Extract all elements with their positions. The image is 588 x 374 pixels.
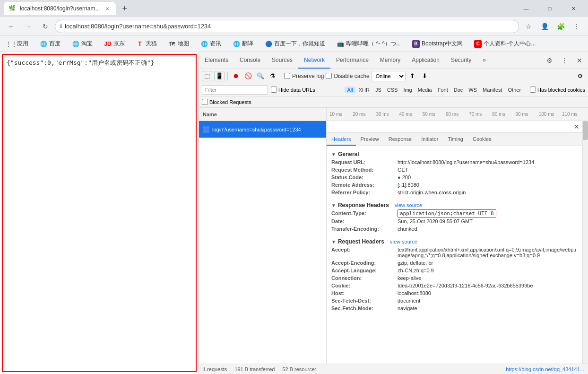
timeline-label-80ms: 80 ms xyxy=(492,112,515,117)
apps-icon: ⋮⋮ xyxy=(8,40,15,48)
extension-button[interactable]: 🧩 xyxy=(553,19,568,34)
back-button[interactable]: ← xyxy=(4,19,19,34)
blocked-requests-checkbox[interactable] xyxy=(202,99,208,105)
bookmark-fanyi-label: 翻译 xyxy=(242,40,253,48)
tab-title: localhost:8080/login?usernam... xyxy=(20,5,100,12)
network-settings-button[interactable]: ⚙ xyxy=(575,71,585,81)
tab-close-button[interactable]: ✕ xyxy=(104,5,111,12)
upload-button[interactable]: ⬆ xyxy=(407,71,418,81)
disable-cache-label[interactable]: Disable cache xyxy=(326,73,369,79)
filter-type-js[interactable]: JS xyxy=(373,87,384,93)
details-tab-preview[interactable]: Preview xyxy=(356,133,384,146)
bookmark-star-button[interactable]: ☆ xyxy=(521,19,536,34)
preserve-log-label[interactable]: Preserve log xyxy=(284,73,324,79)
filter-type-font[interactable]: Font xyxy=(435,87,450,93)
devtools-settings-button[interactable]: ⚙ xyxy=(543,54,556,67)
details-close-button[interactable]: ✕ xyxy=(572,122,581,131)
filter-type-xhr[interactable]: XHR xyxy=(356,87,372,93)
timeline-label-50ms: 50 ms xyxy=(423,112,446,117)
bookmark-tianmao[interactable]: T 天猫 xyxy=(132,38,161,50)
tab-performance[interactable]: Performance xyxy=(330,52,374,69)
blocked-requests-label[interactable]: Blocked Requests xyxy=(202,99,251,105)
referrer-policy-value: strict-origin-when-cross-origin xyxy=(398,190,578,195)
details-tab-response[interactable]: Response xyxy=(384,133,417,146)
response-headers-view-source[interactable]: view source xyxy=(395,202,422,208)
active-tab[interactable]: 🌿 localhost:8080/login?usernam... ✕ xyxy=(4,2,116,15)
bookmark-zixun[interactable]: 🌐 资讯 xyxy=(197,38,225,50)
bookmark-baidu-search[interactable]: 🔵 百度一下，你就知道 xyxy=(261,38,329,50)
request-url-row: Request URL: http://localhost:8080/login… xyxy=(331,158,578,166)
devtools-overflow-button[interactable]: ⋮ xyxy=(558,54,571,67)
filter-type-ws[interactable]: WS xyxy=(466,87,479,93)
tab-security[interactable]: Security xyxy=(445,52,477,69)
details-tab-timing[interactable]: Timing xyxy=(443,133,468,146)
request-headers-view-source[interactable]: view source xyxy=(390,239,417,244)
transferred-size: 191 B transferred xyxy=(234,366,275,372)
refresh-button[interactable]: ↻ xyxy=(38,19,53,34)
scrollbar-thumb[interactable] xyxy=(583,121,588,140)
minimize-button[interactable]: — xyxy=(515,2,537,15)
disable-cache-checkbox[interactable] xyxy=(326,73,332,79)
sec-fetch-mode-row: Sec-Fetch-Mode: navigate xyxy=(331,304,578,312)
download-button[interactable]: ⬇ xyxy=(420,71,430,81)
new-tab-button[interactable]: + xyxy=(118,2,131,15)
details-tab-headers[interactable]: Headers xyxy=(327,133,356,146)
bookmark-fanyi[interactable]: 🌐 翻译 xyxy=(229,38,257,50)
menu-button[interactable]: ⋮ xyxy=(569,19,584,34)
date-label: Date: xyxy=(331,218,398,224)
devtools-close-button[interactable]: ✕ xyxy=(573,54,586,67)
hide-data-urls-label[interactable]: Hide data URLs xyxy=(271,87,315,93)
tab-memory[interactable]: Memory xyxy=(374,52,406,69)
stop-button[interactable]: 🚫 xyxy=(243,71,253,81)
tab-more[interactable]: » xyxy=(477,52,492,69)
bookmark-jd[interactable]: JD 京东 xyxy=(100,38,129,50)
filter-type-all[interactable]: All xyxy=(345,87,355,93)
profile-button[interactable]: 👤 xyxy=(537,19,552,34)
remote-address-label: Remote Address: xyxy=(331,182,398,188)
close-button[interactable]: ✕ xyxy=(562,2,584,15)
throttling-select[interactable]: Online Fast 3G Slow 3G Offline xyxy=(372,71,406,81)
hide-data-urls-checkbox[interactable] xyxy=(271,87,277,93)
tab-application[interactable]: Application xyxy=(406,52,445,69)
filter-type-media[interactable]: Media xyxy=(415,87,434,93)
has-blocked-cookies-checkbox[interactable] xyxy=(530,87,536,93)
cookie-label: Cookie: xyxy=(331,283,398,288)
tab-network[interactable]: Network xyxy=(298,52,330,69)
network-list-item-login[interactable]: login?username=shu&password=1234 xyxy=(199,121,326,138)
tab-sources[interactable]: Sources xyxy=(266,52,298,69)
network-list: login?username=shu&password=1234 xyxy=(199,121,327,364)
clear-button[interactable]: 🔍 xyxy=(255,71,266,81)
status-bar-link[interactable]: https://blog.csdn.net/qq_434141... xyxy=(506,366,584,372)
bookmark-taobao[interactable]: 🌐 淘宝 xyxy=(68,38,96,50)
bookmark-ditu[interactable]: 🗺 地图 xyxy=(164,38,193,50)
address-bar[interactable]: ℹ localhost:8080/login?username=shu&pass… xyxy=(55,20,519,33)
preserve-log-checkbox[interactable] xyxy=(284,73,290,79)
maximize-button[interactable]: □ xyxy=(539,2,561,15)
status-code-value: 200 xyxy=(398,174,578,180)
details-tab-cookies[interactable]: Cookies xyxy=(468,133,496,146)
filter-type-img[interactable]: Img xyxy=(401,87,414,93)
bookmark-personal[interactable]: C 个人资料-个人中心... xyxy=(470,38,539,50)
bookmark-zixun-label: 资讯 xyxy=(210,40,221,48)
filter-type-css[interactable]: CSS xyxy=(385,87,400,93)
forward-button[interactable]: → xyxy=(21,19,36,34)
bookmark-apps[interactable]: ⋮⋮ 应用 xyxy=(4,38,32,50)
details-tabs: Headers Preview Response Initiator Timin… xyxy=(327,133,582,146)
bookmark-baidu[interactable]: 🌐 百度 xyxy=(36,38,64,50)
tab-elements[interactable]: Elements xyxy=(199,52,234,69)
has-blocked-cookies-label[interactable]: Has blocked cookies xyxy=(530,87,585,93)
filter-input[interactable] xyxy=(202,85,268,95)
inspect-element-button[interactable]: ⬚ xyxy=(202,71,212,81)
filter-type-other[interactable]: Other xyxy=(506,87,524,93)
details-tab-initiator[interactable]: Initiator xyxy=(416,133,443,146)
filter-type-doc[interactable]: Doc xyxy=(451,87,466,93)
details-scrollbar[interactable] xyxy=(582,121,588,364)
devtools-toolbar: ⬚ 📱 ⏺ 🚫 🔍 ⚗ Preserve log Disable cache O… xyxy=(199,69,588,83)
record-button[interactable]: ⏺ xyxy=(231,71,241,81)
bookmark-bootstrap[interactable]: B Bootstrap中文网 xyxy=(408,38,467,50)
device-toggle-button[interactable]: 📱 xyxy=(214,71,225,81)
filter-button[interactable]: ⚗ xyxy=(268,71,278,81)
tab-console[interactable]: Console xyxy=(234,52,266,69)
filter-type-manifest[interactable]: Manifest xyxy=(480,87,505,93)
bookmark-bilibili[interactable]: 📺 哔哩哔哩（ ^- ^）つ... xyxy=(333,38,405,50)
